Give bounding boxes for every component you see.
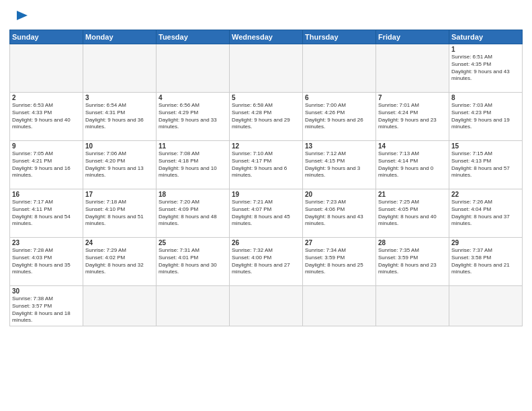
logo xyxy=(9,7,29,26)
svg-marker-0 xyxy=(17,11,28,20)
day-cell: 27Sunrise: 7:34 AM Sunset: 3:59 PM Dayli… xyxy=(303,238,376,286)
day-cell: 23Sunrise: 7:28 AM Sunset: 4:03 PM Dayli… xyxy=(10,238,83,286)
day-number: 17 xyxy=(85,191,154,198)
day-cell xyxy=(449,286,523,326)
day-number: 25 xyxy=(159,239,227,246)
day-info: Sunrise: 6:51 AM Sunset: 4:35 PM Dayligh… xyxy=(451,54,520,83)
day-number: 11 xyxy=(159,142,227,150)
day-number: 2 xyxy=(12,94,81,101)
day-cell xyxy=(303,44,376,93)
day-number: 18 xyxy=(159,191,227,198)
logo-icon xyxy=(14,8,29,23)
day-number: 28 xyxy=(378,239,447,246)
day-info: Sunrise: 7:37 AM Sunset: 3:58 PM Dayligh… xyxy=(451,247,520,276)
day-cell: 19Sunrise: 7:21 AM Sunset: 4:07 PM Dayli… xyxy=(230,189,303,238)
day-cell: 28Sunrise: 7:35 AM Sunset: 3:59 PM Dayli… xyxy=(376,238,449,286)
day-info: Sunrise: 7:21 AM Sunset: 4:07 PM Dayligh… xyxy=(232,199,300,228)
day-info: Sunrise: 7:25 AM Sunset: 4:05 PM Dayligh… xyxy=(378,199,447,228)
day-cell: 18Sunrise: 7:20 AM Sunset: 4:09 PM Dayli… xyxy=(157,189,230,238)
day-cell: 30Sunrise: 7:38 AM Sunset: 3:57 PM Dayli… xyxy=(10,286,83,326)
day-cell: 22Sunrise: 7:26 AM Sunset: 4:04 PM Dayli… xyxy=(449,189,523,238)
week-row-5: 30Sunrise: 7:38 AM Sunset: 3:57 PM Dayli… xyxy=(10,286,523,326)
weekday-header-friday: Friday xyxy=(376,30,449,44)
week-row-4: 23Sunrise: 7:28 AM Sunset: 4:03 PM Dayli… xyxy=(10,238,523,286)
day-cell: 17Sunrise: 7:18 AM Sunset: 4:10 PM Dayli… xyxy=(83,189,157,238)
day-cell: 9Sunrise: 7:05 AM Sunset: 4:21 PM Daylig… xyxy=(10,141,83,189)
day-info: Sunrise: 7:18 AM Sunset: 4:10 PM Dayligh… xyxy=(85,199,154,228)
day-cell xyxy=(157,286,230,326)
day-info: Sunrise: 6:58 AM Sunset: 4:28 PM Dayligh… xyxy=(232,102,300,131)
day-cell: 15Sunrise: 7:15 AM Sunset: 4:13 PM Dayli… xyxy=(449,141,523,189)
day-info: Sunrise: 7:23 AM Sunset: 4:06 PM Dayligh… xyxy=(305,199,373,228)
day-cell xyxy=(230,44,303,93)
day-cell: 8Sunrise: 7:03 AM Sunset: 4:23 PM Daylig… xyxy=(449,93,523,141)
day-cell xyxy=(376,44,449,93)
day-number: 21 xyxy=(378,191,447,198)
day-info: Sunrise: 7:03 AM Sunset: 4:23 PM Dayligh… xyxy=(451,102,520,131)
day-cell: 16Sunrise: 7:17 AM Sunset: 4:11 PM Dayli… xyxy=(10,189,83,238)
day-number: 23 xyxy=(12,239,81,246)
day-info: Sunrise: 7:20 AM Sunset: 4:09 PM Dayligh… xyxy=(159,199,227,228)
weekday-header-saturday: Saturday xyxy=(449,30,523,44)
day-cell: 25Sunrise: 7:31 AM Sunset: 4:01 PM Dayli… xyxy=(157,238,230,286)
week-row-2: 9Sunrise: 7:05 AM Sunset: 4:21 PM Daylig… xyxy=(10,141,523,189)
day-number: 13 xyxy=(305,142,373,150)
day-cell xyxy=(83,44,157,93)
day-number: 26 xyxy=(232,239,300,246)
day-info: Sunrise: 7:10 AM Sunset: 4:17 PM Dayligh… xyxy=(232,150,300,179)
day-info: Sunrise: 7:31 AM Sunset: 4:01 PM Dayligh… xyxy=(159,247,227,276)
day-cell: 5Sunrise: 6:58 AM Sunset: 4:28 PM Daylig… xyxy=(230,93,303,141)
day-cell xyxy=(303,286,376,326)
day-info: Sunrise: 7:06 AM Sunset: 4:20 PM Dayligh… xyxy=(85,150,154,179)
day-info: Sunrise: 7:05 AM Sunset: 4:21 PM Dayligh… xyxy=(12,150,81,179)
weekday-header-wednesday: Wednesday xyxy=(230,30,303,44)
day-number: 22 xyxy=(451,191,520,198)
day-info: Sunrise: 7:34 AM Sunset: 3:59 PM Dayligh… xyxy=(305,247,373,276)
day-info: Sunrise: 7:29 AM Sunset: 4:02 PM Dayligh… xyxy=(85,247,154,276)
weekday-header-sunday: Sunday xyxy=(10,30,83,44)
day-cell: 29Sunrise: 7:37 AM Sunset: 3:58 PM Dayli… xyxy=(449,238,523,286)
day-info: Sunrise: 6:53 AM Sunset: 4:33 PM Dayligh… xyxy=(12,102,81,131)
day-number: 7 xyxy=(378,94,447,101)
day-info: Sunrise: 7:12 AM Sunset: 4:15 PM Dayligh… xyxy=(305,150,373,179)
day-info: Sunrise: 7:35 AM Sunset: 3:59 PM Dayligh… xyxy=(378,247,447,276)
day-number: 14 xyxy=(378,142,447,150)
day-number: 6 xyxy=(305,94,373,101)
day-cell xyxy=(376,286,449,326)
day-number: 12 xyxy=(232,142,300,150)
day-info: Sunrise: 7:17 AM Sunset: 4:11 PM Dayligh… xyxy=(12,199,81,228)
day-cell: 4Sunrise: 6:56 AM Sunset: 4:29 PM Daylig… xyxy=(157,93,230,141)
day-info: Sunrise: 7:28 AM Sunset: 4:03 PM Dayligh… xyxy=(12,247,81,276)
day-number: 10 xyxy=(85,142,154,150)
day-cell xyxy=(10,44,83,93)
day-number: 29 xyxy=(451,239,520,246)
weekday-header-monday: Monday xyxy=(83,30,157,44)
day-cell xyxy=(83,286,157,326)
day-info: Sunrise: 7:38 AM Sunset: 3:57 PM Dayligh… xyxy=(12,295,81,324)
day-info: Sunrise: 7:13 AM Sunset: 4:14 PM Dayligh… xyxy=(378,150,447,179)
day-number: 16 xyxy=(12,191,81,198)
calendar: SundayMondayTuesdayWednesdayThursdayFrid… xyxy=(9,30,523,326)
week-row-0: 1Sunrise: 6:51 AM Sunset: 4:35 PM Daylig… xyxy=(10,44,523,93)
day-number: 19 xyxy=(232,191,300,198)
day-info: Sunrise: 6:54 AM Sunset: 4:31 PM Dayligh… xyxy=(85,102,154,131)
weekday-header-thursday: Thursday xyxy=(303,30,376,44)
day-cell: 10Sunrise: 7:06 AM Sunset: 4:20 PM Dayli… xyxy=(83,141,157,189)
day-number: 27 xyxy=(305,239,373,246)
day-number: 30 xyxy=(12,287,81,295)
day-cell: 20Sunrise: 7:23 AM Sunset: 4:06 PM Dayli… xyxy=(303,189,376,238)
day-info: Sunrise: 7:26 AM Sunset: 4:04 PM Dayligh… xyxy=(451,199,520,228)
day-info: Sunrise: 7:32 AM Sunset: 4:00 PM Dayligh… xyxy=(232,247,300,276)
day-info: Sunrise: 7:15 AM Sunset: 4:13 PM Dayligh… xyxy=(451,150,520,179)
header xyxy=(9,7,523,26)
day-cell: 2Sunrise: 6:53 AM Sunset: 4:33 PM Daylig… xyxy=(10,93,83,141)
day-cell: 11Sunrise: 7:08 AM Sunset: 4:18 PM Dayli… xyxy=(157,141,230,189)
day-cell: 3Sunrise: 6:54 AM Sunset: 4:31 PM Daylig… xyxy=(83,93,157,141)
day-number: 20 xyxy=(305,191,373,198)
week-row-1: 2Sunrise: 6:53 AM Sunset: 4:33 PM Daylig… xyxy=(10,93,523,141)
day-cell: 13Sunrise: 7:12 AM Sunset: 4:15 PM Dayli… xyxy=(303,141,376,189)
day-info: Sunrise: 7:08 AM Sunset: 4:18 PM Dayligh… xyxy=(159,150,227,179)
day-cell: 1Sunrise: 6:51 AM Sunset: 4:35 PM Daylig… xyxy=(449,44,523,93)
day-cell: 7Sunrise: 7:01 AM Sunset: 4:24 PM Daylig… xyxy=(376,93,449,141)
day-cell xyxy=(230,286,303,326)
